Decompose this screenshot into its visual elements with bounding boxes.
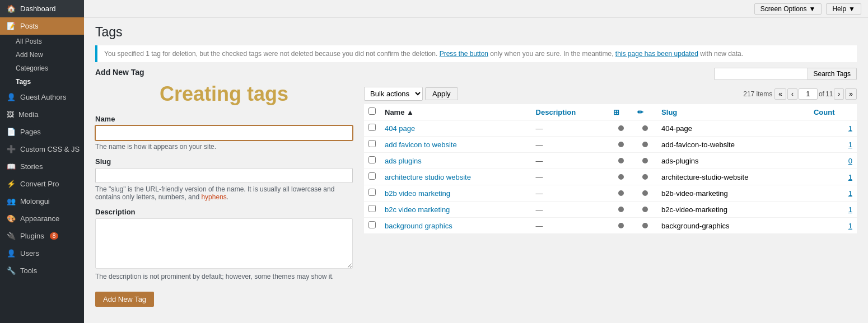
users-icon: 👤 (7, 249, 16, 258)
row-name-cell: b2b video marketing (380, 185, 531, 202)
tag-name-link[interactable]: b2c video marketing (385, 205, 450, 214)
row-checkbox-cell (364, 218, 380, 234)
posts-icon: 📝 (7, 22, 16, 30)
dot1-icon (618, 223, 624, 228)
creating-tags-heading: Creating tags (95, 82, 353, 106)
add-new-tag-button[interactable]: Add New Tag (95, 292, 154, 307)
form-title: Add New Tag (95, 68, 353, 77)
sidebar-item-appearance[interactable]: 🎨 Appearance (0, 210, 84, 227)
search-row: Search Tags (364, 68, 857, 83)
row-slug-cell: architecture-studio-website (657, 169, 809, 185)
sidebar-item-posts[interactable]: 📝 Posts (0, 17, 84, 35)
check-all-checkbox[interactable] (368, 107, 376, 115)
row-checkbox[interactable] (368, 189, 376, 196)
sidebar-item-stories[interactable]: 📖 Stories (0, 158, 84, 175)
col-slug: Slug (657, 104, 809, 120)
tag-name-link[interactable]: background graphics (385, 222, 452, 230)
notice-text3: with new data. (700, 50, 743, 58)
count-link[interactable]: 1 (848, 173, 852, 181)
sidebar-item-dashboard[interactable]: 🏠 Dashboard (0, 0, 84, 17)
total-items: 217 items (743, 90, 772, 98)
search-tags-button[interactable]: Search Tags (808, 68, 857, 80)
slug-hint-period: . (227, 193, 228, 201)
sidebar-item-pages[interactable]: 📄 Pages (0, 123, 84, 141)
row-checkbox[interactable] (368, 124, 376, 131)
row-dot2-cell (633, 153, 657, 169)
slug-hint-highlight: hyphens (201, 193, 226, 201)
sidebar-item-plugins[interactable]: 🔌 Plugins 8 (0, 227, 84, 245)
row-dot2-cell (633, 137, 657, 153)
screen-options-button[interactable]: Screen Options ▼ (754, 3, 822, 15)
last-page-button[interactable]: » (845, 88, 857, 100)
sidebar-label-plugins: Plugins (20, 232, 44, 240)
tag-name-link[interactable]: architecture studio website (385, 173, 471, 181)
sidebar-item-tools[interactable]: 🔧 Tools (0, 262, 84, 279)
row-slug-cell: b2b-video-marketing (657, 185, 809, 202)
row-checkbox-cell (364, 202, 380, 218)
row-checkbox[interactable] (368, 156, 376, 163)
convert-pro-icon: ⚡ (7, 180, 16, 188)
count-link[interactable]: 1 (848, 141, 852, 149)
count-link[interactable]: 0 (848, 157, 852, 165)
row-checkbox[interactable] (368, 205, 376, 212)
sidebar-sub-categories[interactable]: Categories (0, 62, 84, 75)
apply-button[interactable]: Apply (425, 87, 458, 100)
count-link[interactable]: 1 (848, 222, 852, 230)
plugins-badge: 8 (50, 232, 59, 240)
tag-name-link[interactable]: ads plugins (385, 157, 422, 165)
row-dot1-cell (609, 137, 633, 153)
notice-link1[interactable]: Press the button (440, 50, 488, 58)
row-count-cell: 1 (809, 218, 857, 234)
sidebar-sub-tags[interactable]: Tags (0, 75, 84, 88)
description-field-group: Description The description is not promi… (95, 208, 353, 280)
sidebar-item-media[interactable]: 🖼 Media (0, 106, 84, 123)
sidebar-item-users[interactable]: 👤 Users (0, 245, 84, 262)
table-row: b2b video marketing — b2b-video-marketin… (364, 185, 857, 202)
sidebar-item-molongui[interactable]: 👥 Molongui (0, 193, 84, 210)
sidebar-sub-add-new[interactable]: Add New (0, 48, 84, 62)
name-input[interactable] (95, 125, 353, 141)
row-checkbox[interactable] (368, 221, 376, 228)
sidebar-sub-all-posts[interactable]: All Posts (0, 35, 84, 48)
description-hint: The description is not prominent by defa… (95, 273, 353, 280)
prev-page-button[interactable]: ‹ (787, 88, 797, 100)
row-checkbox[interactable] (368, 172, 376, 180)
table-info: 217 items « ‹ of 11 › » (743, 88, 857, 100)
row-dot1-cell (609, 202, 633, 218)
row-dot2-cell (633, 185, 657, 202)
topbar: Screen Options ▼ Help ▼ (84, 0, 868, 18)
table-panel: Search Tags Bulk actions Apply 217 items… (364, 68, 857, 316)
row-description-cell: — (531, 120, 609, 137)
search-input[interactable] (714, 68, 808, 80)
search-box: Search Tags (714, 68, 857, 80)
row-count-cell: 1 (809, 169, 857, 185)
sidebar-item-convert-pro[interactable]: ⚡ Convert Pro (0, 175, 84, 193)
description-textarea[interactable] (95, 218, 353, 269)
bulk-actions-select[interactable]: Bulk actions (364, 87, 423, 101)
row-dot2-cell (633, 169, 657, 185)
dot2-icon (642, 223, 648, 228)
help-button[interactable]: Help ▼ (826, 3, 861, 15)
slug-input[interactable] (95, 168, 353, 183)
content-columns: Add New Tag Creating tags Name The name … (95, 68, 857, 316)
row-count-cell: 0 (809, 153, 857, 169)
next-page-button[interactable]: › (834, 88, 844, 100)
sidebar-item-custom-css[interactable]: ➕ Custom CSS & JS (0, 141, 84, 158)
count-link[interactable]: 1 (848, 205, 852, 214)
row-checkbox[interactable] (368, 140, 376, 147)
count-link[interactable]: 1 (848, 124, 852, 133)
row-description-cell: — (531, 202, 609, 218)
pagination-nav: « ‹ of 11 › » (774, 88, 857, 100)
count-link[interactable]: 1 (848, 189, 852, 198)
tag-name-link[interactable]: b2b video marketing (385, 189, 450, 198)
total-pages: 11 (825, 90, 833, 98)
name-label: Name (95, 115, 353, 123)
tag-name-link[interactable]: add favicon to website (385, 141, 457, 149)
row-checkbox-cell (364, 137, 380, 153)
col-name[interactable]: Name ▲ (380, 104, 531, 120)
notice-link2[interactable]: this page has been updated (615, 50, 698, 58)
tag-name-link[interactable]: 404 page (385, 124, 415, 133)
first-page-button[interactable]: « (774, 88, 786, 100)
page-input[interactable] (799, 88, 818, 100)
sidebar-item-guest-authors[interactable]: 👤 Guest Authors (0, 88, 84, 106)
